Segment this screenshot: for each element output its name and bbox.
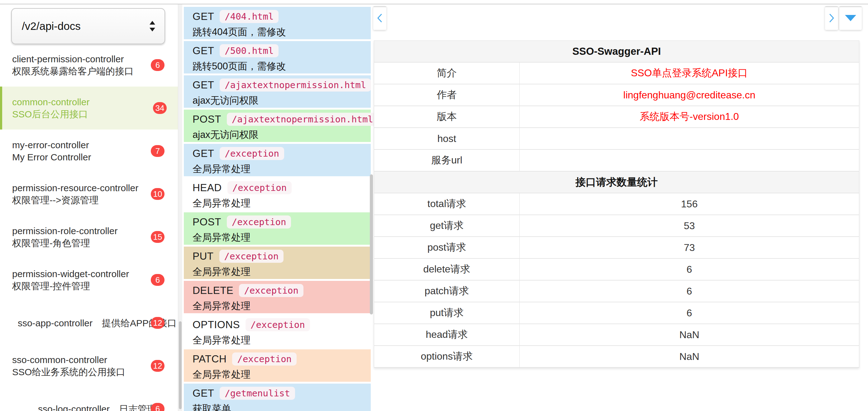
endpoint-path: /exception	[232, 352, 297, 366]
info-value: SSO单点登录系统API接口	[520, 62, 859, 84]
chevron-right-icon	[827, 12, 836, 25]
endpoint-desc: 全局异常处理	[192, 300, 371, 313]
endpoint-desc: 全局异常处理	[192, 231, 371, 244]
endpoint-desc: 跳转404页面，需修改	[192, 26, 371, 39]
endpoint-desc: 全局异常处理	[192, 197, 371, 210]
info-label: 简介	[374, 62, 520, 84]
endpoint-row[interactable]: GET/exception 全局异常处理	[184, 144, 371, 176]
table-row: 作者 lingfenghuang@creditease.cn	[374, 84, 859, 106]
stat-value: 53	[520, 215, 859, 237]
endpoint-path: /exception	[220, 147, 284, 160]
sidebar-item-permission-role-controller[interactable]: permission-role-controller 权限管理-角色管理 15	[0, 215, 182, 259]
endpoint-row[interactable]: PATCH/exception 全局异常处理	[184, 349, 371, 382]
next-tab-button[interactable]	[825, 6, 838, 30]
controller-sidebar: /v2/api-docs client-permission-controlle…	[0, 0, 182, 411]
endpoint-row[interactable]: POST/ajaxtextnopermission.html ajax无访问权限	[184, 110, 371, 142]
controller-name: sso-log-controller	[38, 403, 110, 411]
stat-value: 6	[520, 280, 859, 302]
endpoint-count-badge: 12	[151, 360, 164, 372]
endpoint-row[interactable]: GET/ajaxtextnopermission.html ajax无访问权限	[184, 75, 371, 108]
endpoint-row[interactable]: GET/500.html 跳转500页面，需修改	[184, 41, 371, 73]
table-row: put请求 6	[374, 302, 859, 324]
endpoint-desc: 跳转500页面，需修改	[192, 60, 371, 73]
info-value: lingfenghuang@creditease.cn	[520, 84, 859, 106]
sidebar-item-common-controller[interactable]: common-controller SSO后台公用接口 34	[0, 87, 182, 130]
table-row: post请求 73	[374, 237, 859, 259]
endpoint-count-badge: 15	[151, 231, 164, 243]
info-label: host	[374, 128, 520, 149]
http-method: POST	[192, 113, 221, 125]
stat-value: 156	[520, 193, 859, 215]
sidebar-item-sso-log-controller[interactable]: sso-log-controller 日志管理 6	[0, 387, 182, 411]
stat-label: delete请求	[374, 259, 520, 280]
endpoint-count-badge: 12	[151, 317, 164, 329]
endpoint-row[interactable]: OPTIONS/exception 全局异常处理	[184, 315, 371, 347]
stat-label: total请求	[374, 193, 520, 215]
endpoint-row[interactable]: POST/exception 全局异常处理	[184, 212, 371, 245]
http-method: GET	[192, 387, 214, 399]
info-label: 服务url	[374, 149, 520, 171]
controller-name: sso-app-controller	[18, 317, 93, 329]
http-method: OPTIONS	[192, 319, 240, 331]
stat-label: put请求	[374, 302, 520, 324]
endpoint-count-badge: 34	[153, 102, 167, 114]
info-value	[520, 128, 859, 149]
endpoint-list: GET/404.html 跳转404页面，需修改 GET/500.html 跳转…	[184, 7, 371, 411]
info-label: 版本	[374, 106, 520, 128]
table-row: total请求 156	[374, 193, 859, 215]
endpoint-row[interactable]: GET/getmenulist 获取菜单	[184, 384, 371, 411]
endpoint-path: /exception	[239, 284, 304, 297]
select-spinner-icon	[148, 20, 156, 33]
http-method: POST	[192, 216, 221, 228]
endpoint-list-scrollbar-thumb[interactable]	[370, 174, 373, 314]
endpoint-desc: ajax无访问权限	[192, 94, 371, 107]
endpoint-desc: 获取菜单	[192, 402, 371, 411]
endpoint-path: /exception	[246, 318, 310, 331]
sidebar-item-sso-app-controller[interactable]: sso-app-controller 提供给APP的接口 12	[0, 301, 182, 344]
triangle-down-icon	[844, 14, 857, 23]
table-row: 接口请求数量统计	[374, 171, 859, 193]
stat-value: 6	[520, 259, 859, 280]
sidebar-item-my-error-controller[interactable]: my-error-controller My Error Controller …	[0, 130, 182, 172]
sidebar-item-permission-widget-controller[interactable]: permission-widget-controller 权限管理-控件管理 6	[0, 259, 182, 301]
endpoint-count-badge: 10	[151, 188, 164, 200]
http-method: GET	[192, 147, 214, 160]
api-doc-select-value: /v2/api-docs	[22, 20, 81, 32]
endpoint-desc: 全局异常处理	[192, 163, 371, 176]
table-row: 服务url	[374, 149, 859, 171]
api-doc-select[interactable]: /v2/api-docs	[11, 8, 165, 44]
stat-label: post请求	[374, 237, 520, 259]
endpoint-path: /ajaxtextnopermission.html	[227, 113, 378, 126]
endpoint-path: /ajaxtextnopermission.html	[220, 78, 371, 92]
table-row: host	[374, 128, 859, 149]
endpoint-path: /getmenulist	[220, 387, 295, 400]
table-row: get请求 53	[374, 215, 859, 237]
endpoint-row[interactable]: PUT/exception 全局异常处理	[184, 247, 371, 279]
table-row: delete请求 6	[374, 259, 859, 280]
endpoint-count-badge: 7	[151, 145, 164, 157]
stats-title: 接口请求数量统计	[374, 171, 859, 193]
table-row: options请求 NaN	[374, 346, 859, 368]
endpoint-row[interactable]: DELETE/exception 全局异常处理	[184, 281, 371, 313]
sidebar-item-client-permission-controller[interactable]: client-permission-controller 权限系统暴露给客户端的…	[0, 44, 182, 87]
endpoint-row[interactable]: GET/404.html 跳转404页面，需修改	[184, 7, 371, 39]
http-method: GET	[192, 10, 214, 23]
stat-value: NaN	[520, 346, 859, 368]
stat-label: head请求	[374, 324, 520, 346]
http-method: HEAD	[192, 182, 222, 194]
http-method: GET	[192, 45, 214, 57]
endpoint-path: /exception	[219, 250, 284, 263]
stat-label: get请求	[374, 215, 520, 237]
prev-tab-button[interactable]	[373, 6, 386, 30]
endpoint-desc: 全局异常处理	[192, 334, 371, 347]
endpoint-row[interactable]: HEAD/exception 全局异常处理	[184, 178, 371, 210]
endpoint-count-badge: 6	[151, 403, 164, 411]
stat-label: options请求	[374, 346, 520, 368]
sidebar-item-sso-common-controller[interactable]: sso-common-controller SSO给业务系统的公用接口 12	[0, 344, 182, 387]
sidebar-item-permission-resource-controller[interactable]: permission-resource-controller 权限管理-->资源…	[0, 172, 182, 215]
api-title: SSO-Swagger-API	[374, 41, 859, 63]
table-row: 简介 SSO单点登录系统API接口	[374, 62, 859, 84]
sidebar-scrollbar-thumb[interactable]	[179, 321, 182, 409]
tab-list-dropdown-button[interactable]	[839, 6, 862, 30]
table-row: head请求 NaN	[374, 324, 859, 346]
